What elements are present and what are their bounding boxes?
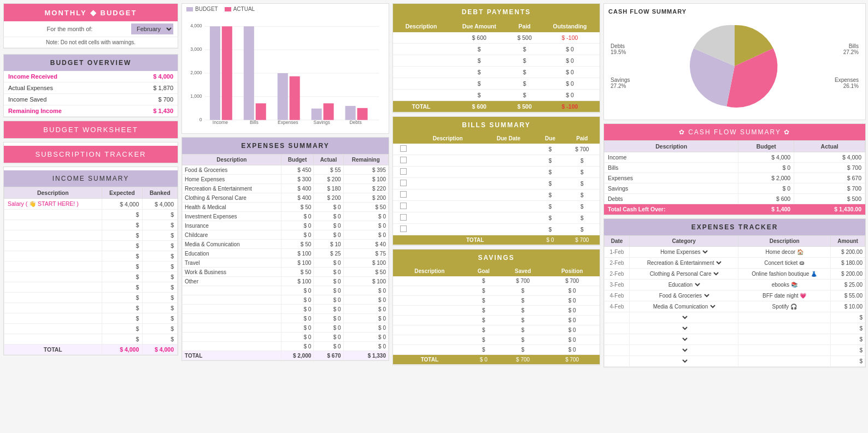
tracker-category[interactable] bbox=[630, 356, 738, 367]
sav-goal: $ bbox=[466, 345, 501, 355]
cf-actual: $ 700 bbox=[794, 183, 865, 194]
svg-rect-23 bbox=[357, 108, 367, 120]
tracker-row: 2-Feb Recreation & Entertainment Concert… bbox=[605, 258, 865, 269]
tracker-date bbox=[605, 312, 630, 323]
tracker-row: $ bbox=[605, 323, 865, 334]
exp-actual: $ 0 bbox=[314, 314, 343, 323]
budget-worksheet-card: BUDGET WORKSHEET bbox=[3, 121, 178, 139]
category-select[interactable]: Clothing & Personal Care bbox=[648, 270, 720, 277]
exp-actual: $ 0 bbox=[314, 268, 343, 277]
bill-checkbox[interactable] bbox=[393, 167, 414, 178]
bills-total-due: $ 0 bbox=[536, 235, 564, 245]
tracker-col-category: Category bbox=[630, 236, 738, 247]
sav-position: $ 700 bbox=[544, 276, 600, 286]
exp-budget: $ 400 bbox=[281, 184, 314, 193]
month-select[interactable]: February January March bbox=[131, 23, 173, 34]
bill-checkbox[interactable] bbox=[393, 178, 414, 189]
legend-actual: ACTUAL bbox=[225, 6, 255, 12]
exp-total-remaining: $ 1,330 bbox=[343, 351, 388, 360]
tracker-category[interactable] bbox=[630, 323, 738, 334]
cf-col-budget: Budget bbox=[738, 141, 794, 152]
debt-due: $ bbox=[449, 44, 509, 55]
debt-desc bbox=[393, 67, 449, 78]
category-select[interactable]: Media & Comunication bbox=[651, 303, 717, 310]
debt-paid: $ 500 bbox=[509, 32, 540, 44]
debt-row: $ $ $ 0 bbox=[393, 90, 600, 101]
bill-duedate bbox=[481, 178, 536, 189]
tracker-date: 4-Feb bbox=[605, 290, 630, 301]
expenses-row: Media & Comunication $ 50 $ 10 $ 40 bbox=[183, 240, 389, 249]
income-expected: $ bbox=[102, 272, 143, 282]
exp-remaining: $ 0 bbox=[343, 333, 388, 342]
category-select[interactable]: Recreation & Entertainment bbox=[645, 259, 723, 266]
debt-row: $ $ $ 0 bbox=[393, 78, 600, 90]
bill-duedate bbox=[481, 212, 536, 224]
category-select[interactable]: Food & Groceries bbox=[657, 292, 711, 299]
bills-row: $ $ bbox=[393, 212, 600, 224]
cf-budget: $ 0 bbox=[738, 163, 794, 173]
overview-label: Income Saved bbox=[4, 94, 122, 105]
svg-text:0: 0 bbox=[200, 117, 202, 122]
bill-duedate bbox=[481, 189, 536, 201]
legend-actual-label: ACTUAL bbox=[233, 6, 255, 12]
tracker-desc bbox=[738, 356, 831, 367]
income-desc bbox=[4, 251, 102, 262]
exp-actual: $ 0 bbox=[314, 295, 343, 305]
tracker-category[interactable] bbox=[630, 345, 738, 356]
exp-total-budget: $ 2,000 bbox=[281, 351, 314, 360]
expenses-row: Clothing & Personal Care $ 400 $ 200 $ 2… bbox=[183, 193, 389, 203]
sav-saved: $ bbox=[501, 325, 544, 335]
tracker-category[interactable]: Clothing & Personal Care bbox=[630, 269, 738, 280]
income-col-expected: Expected bbox=[102, 187, 143, 199]
tracker-category[interactable]: Media & Comunication bbox=[630, 301, 738, 312]
savings-label-text: Savings bbox=[611, 77, 630, 83]
debt-payments-header: DEBT PAYMENTS bbox=[393, 4, 600, 20]
bill-checkbox[interactable] bbox=[393, 224, 414, 235]
tracker-category[interactable]: Recreation & Entertainment bbox=[630, 258, 738, 269]
bill-checkbox[interactable] bbox=[393, 189, 414, 201]
tracker-category[interactable] bbox=[630, 334, 738, 345]
exp-budget: $ 0 bbox=[281, 323, 314, 333]
income-banked: $ bbox=[143, 324, 178, 334]
debt-outstanding: $ 0 bbox=[540, 90, 600, 101]
exp-remaining: $ 220 bbox=[343, 184, 388, 193]
bills-row: $ $ bbox=[393, 201, 600, 212]
category-select[interactable] bbox=[678, 314, 689, 321]
overview-value: $ 4,000 bbox=[122, 71, 178, 82]
sav-position: $ 0 bbox=[544, 316, 600, 325]
income-total-banked: $ 4,000 bbox=[143, 345, 178, 355]
tracker-row: $ bbox=[605, 345, 865, 356]
svg-text:Income: Income bbox=[213, 120, 228, 125]
tracker-desc: Online fashion boutique 👗 bbox=[738, 269, 831, 280]
income-row: $ $ bbox=[4, 293, 178, 303]
income-desc bbox=[4, 282, 102, 293]
bill-checkbox[interactable] bbox=[393, 201, 414, 212]
tracker-desc: ebooks 📚 bbox=[738, 280, 831, 290]
bill-checkbox[interactable] bbox=[393, 212, 414, 224]
category-select[interactable]: Education bbox=[666, 281, 702, 288]
bill-desc bbox=[414, 201, 482, 212]
exp-budget: $ 50 bbox=[281, 268, 314, 277]
income-expected: $ bbox=[102, 334, 143, 345]
budget-overview-row: Remaining Income $ 1,430 bbox=[4, 105, 178, 117]
expenses-row: $ 0 $ 0 $ 0 bbox=[183, 305, 389, 314]
category-select[interactable] bbox=[678, 336, 689, 343]
sav-desc bbox=[393, 306, 466, 316]
tracker-category[interactable]: Education bbox=[630, 280, 738, 290]
tracker-category[interactable]: Home Expenses bbox=[630, 247, 738, 258]
category-select[interactable] bbox=[678, 325, 689, 332]
exp-remaining: $ 100 bbox=[343, 258, 388, 268]
bill-checkbox[interactable] bbox=[393, 144, 414, 155]
category-select[interactable]: Home Expenses bbox=[658, 248, 709, 256]
income-banked: $ bbox=[143, 303, 178, 313]
cf-budget: $ 4,000 bbox=[738, 152, 794, 163]
tracker-date: 3-Feb bbox=[605, 280, 630, 290]
tracker-desc bbox=[738, 323, 831, 334]
tracker-category[interactable] bbox=[630, 312, 738, 323]
tracker-desc: BFF date night 💗 bbox=[738, 290, 831, 301]
bill-checkbox[interactable] bbox=[393, 155, 414, 167]
tracker-category[interactable]: Food & Groceries bbox=[630, 290, 738, 301]
category-select[interactable] bbox=[678, 347, 689, 354]
category-select[interactable] bbox=[678, 358, 689, 365]
month-row: For the month of: February January March bbox=[4, 21, 178, 37]
